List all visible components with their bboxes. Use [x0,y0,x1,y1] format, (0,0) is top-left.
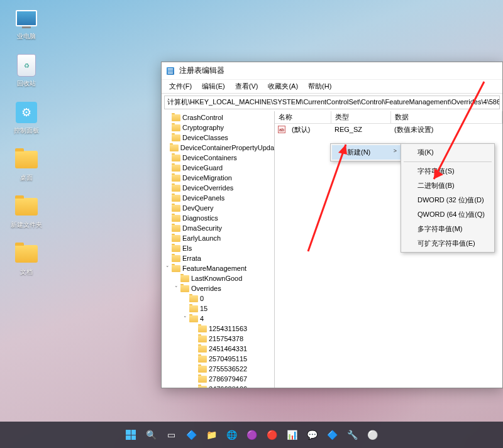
widgets-icon[interactable]: 🔷 [183,427,199,443]
menu-item-string[interactable]: 字符串值(S) [402,164,493,178]
tree-item[interactable]: DeviceMigration [162,173,274,183]
menu-help[interactable]: 帮助(H) [303,80,336,92]
app-icon[interactable]: 🔷 [324,427,340,443]
expand-toggle[interactable] [191,366,197,373]
app-icon[interactable]: 🔧 [344,427,360,443]
app-icon[interactable]: ⚪ [364,427,380,443]
col-type[interactable]: 类型 [331,111,391,123]
tree-item[interactable]: ˅4 [162,314,274,324]
tree-item[interactable]: 15 [162,303,274,314]
expand-toggle[interactable] [191,325,197,332]
menu-item-qword[interactable]: QWORD (64 位)值(Q) [402,207,493,222]
file-explorer-icon[interactable]: 📁 [203,427,219,443]
tree-item[interactable]: Cryptography [162,123,274,133]
expand-toggle[interactable] [182,305,189,312]
chrome-icon[interactable]: 🌐 [223,427,240,443]
expand-toggle[interactable] [164,245,171,252]
task-view-icon[interactable]: ▭ [163,427,179,443]
desktop-icon-control-panel[interactable]: ⚙ 控制面板 [8,101,45,135]
folder-icon [172,114,180,121]
expand-toggle[interactable] [191,346,197,352]
tree-item[interactable]: DevicePanels [162,193,274,203]
expand-toggle[interactable]: ˅ [182,315,189,322]
menu-favorites[interactable]: 收藏夹(A) [263,80,303,92]
main-pane: CrashControlCryptographyDeviceClassesDev… [162,111,502,388]
tree-item[interactable]: DeviceClasses [162,133,274,143]
tree-panel[interactable]: CrashControlCryptographyDeviceClassesDev… [162,111,275,388]
tree-item[interactable]: DevQuery [162,203,274,213]
values-panel[interactable]: 名称 类型 数据 ab (默认) REG_SZ (数值未设置) 新建(N) 项(… [275,111,502,388]
expand-toggle[interactable]: ˅ [164,265,171,272]
tree-item[interactable]: DmaSecurity [162,223,274,233]
tree-item[interactable]: CrashControl [162,112,274,123]
tree-item[interactable]: 215754378 [162,334,274,344]
expand-toggle[interactable] [164,205,171,212]
expand-toggle[interactable] [164,255,171,262]
menu-item-binary[interactable]: 二进制值(B) [402,178,493,193]
tree-item[interactable]: Els [162,243,274,253]
expand-toggle[interactable] [164,124,171,131]
desktop-icon-recycle-bin[interactable]: 回收站 [8,53,45,88]
menu-item-key[interactable]: 项(K) [402,145,493,160]
tree-item[interactable]: 2786979467 [162,374,274,384]
expand-toggle[interactable] [164,175,171,182]
expand-toggle[interactable] [191,356,197,363]
tree-item[interactable]: ˅Overrides [162,283,274,293]
menu-item-dword[interactable]: DWORD (32 位)值(D) [402,193,493,207]
expand-toggle[interactable] [164,195,171,202]
tree-item[interactable]: 2451464331 [162,344,274,354]
tree-label: DevQuery [182,204,214,212]
tree-label: 0 [200,295,204,302]
start-button[interactable] [123,427,139,443]
address-bar[interactable]: 计算机\HKEY_LOCAL_MACHINE\SYSTEM\CurrentCon… [164,96,500,109]
value-row[interactable]: ab (默认) REG_SZ (数值未设置) [275,124,502,135]
desktop-icon-folder[interactable]: 新建文件夹 [8,195,45,229]
menu-view[interactable]: 查看(V) [230,80,263,92]
menu-item-expandstring[interactable]: 可扩充字符串值(E) [402,236,493,251]
menu-item-multistring[interactable]: 多字符串值(M) [402,222,493,236]
expand-toggle[interactable] [164,134,171,141]
search-icon[interactable]: 🔍 [143,427,159,443]
expand-toggle[interactable] [191,386,197,388]
tree-item[interactable]: ˅FeatureManagement [162,263,274,273]
expand-toggle[interactable]: ˅ [173,285,180,292]
tree-item[interactable]: Diagnostics [162,213,274,223]
titlebar[interactable]: 注册表编辑器 [162,62,502,80]
expand-toggle[interactable] [164,145,169,151]
tree-item[interactable]: DeviceGuard [162,163,274,173]
tree-item[interactable]: 0 [162,293,274,303]
tree-item[interactable]: EarlyLaunch [162,233,274,243]
tree-item[interactable]: DeviceOverrides [162,183,274,193]
expand-toggle[interactable] [164,165,171,172]
app-icon[interactable]: 🟣 [243,427,260,443]
tree-item[interactable]: 1254311563 [162,324,274,334]
menu-edit[interactable]: 编辑(E) [197,80,230,92]
expand-toggle[interactable] [191,336,197,342]
desktop-icon-folder[interactable]: 文档 [8,242,45,276]
menu-file[interactable]: 文件(F) [164,80,197,92]
expand-toggle[interactable] [164,215,171,222]
tree-item[interactable]: 2570495115 [162,354,274,364]
expand-toggle[interactable] [164,225,171,232]
tree-item[interactable]: 2755536522 [162,364,274,374]
menu-item-new[interactable]: 新建(N) [332,145,401,160]
tree-item[interactable]: DeviceContainerPropertyUpda [162,143,274,153]
app-icon[interactable]: 📊 [284,427,300,443]
col-name[interactable]: 名称 [275,111,331,123]
tree-item[interactable]: DeviceContainers [162,153,274,163]
expand-toggle[interactable] [164,235,171,242]
expand-toggle[interactable] [173,275,180,282]
expand-toggle[interactable] [182,295,189,302]
app-icon[interactable]: 💬 [304,427,320,443]
expand-toggle[interactable] [164,114,171,121]
expand-toggle[interactable] [164,155,171,161]
expand-toggle[interactable] [164,185,171,192]
desktop-icon-this-pc[interactable]: 业电脑 [8,6,45,41]
col-data[interactable]: 数据 [391,111,502,123]
tree-item[interactable]: LastKnownGood [162,273,274,283]
tree-item[interactable]: 3476628106 [162,384,274,388]
tree-item[interactable]: Errata [162,253,274,263]
app-icon[interactable]: 🔴 [263,427,280,443]
expand-toggle[interactable] [191,376,197,383]
desktop-icon-folder[interactable]: 桌面 [8,148,45,182]
